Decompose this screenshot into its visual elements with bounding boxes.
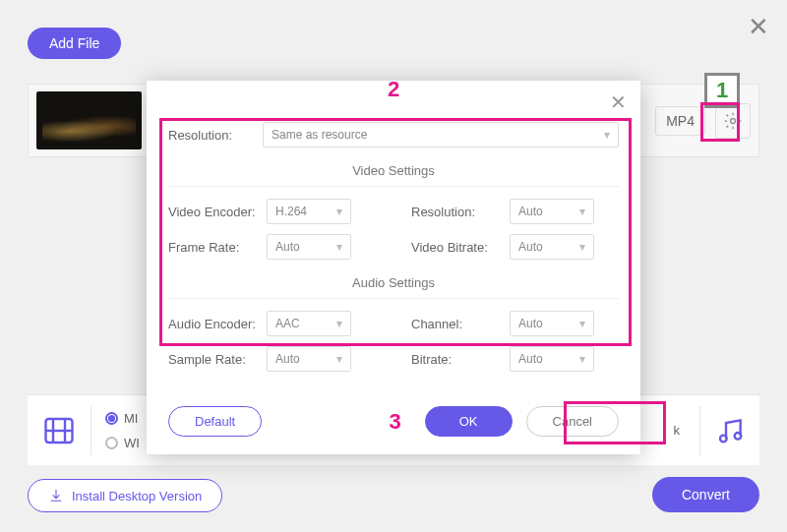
radio-dot-icon [105, 412, 118, 425]
install-label: Install Desktop Version [72, 489, 202, 503]
frame-rate-select[interactable]: Auto▾ [267, 234, 351, 260]
chevron-down-icon: ▾ [579, 317, 585, 330]
install-desktop-button[interactable]: Install Desktop Version [28, 479, 222, 512]
output-format-label[interactable]: MP4 [655, 106, 705, 136]
close-icon[interactable]: ✕ [748, 12, 769, 42]
chevron-down-icon: ▾ [579, 205, 585, 218]
chevron-down-icon: ▾ [579, 240, 585, 254]
audio-settings-heading: Audio Settings [168, 269, 619, 299]
film-icon [41, 413, 77, 448]
music-icon [714, 415, 746, 446]
settings-modal: 2 ✕ Resolution: Same as resource▾ Video … [147, 81, 640, 454]
chevron-down-icon: ▾ [336, 205, 342, 218]
svg-point-5 [720, 435, 727, 442]
video-settings-heading: Video Settings [168, 157, 619, 187]
highlight-box-1 [700, 102, 740, 142]
frame-rate-label: Frame Rate: [168, 240, 267, 255]
download-icon [48, 488, 64, 503]
channel-label: Channel: [411, 317, 510, 331]
ok-button[interactable]: OK [425, 406, 513, 437]
radio-option-2[interactable]: WI [105, 436, 140, 450]
sample-rate-label: Sample Rate: [168, 352, 267, 367]
divider [91, 406, 91, 455]
add-file-button[interactable]: Add File [28, 28, 121, 59]
video-bitrate-label: Video Bitrate: [411, 240, 510, 255]
chevron-down-icon: ▾ [336, 240, 342, 254]
resolution2-select[interactable]: Auto▾ [510, 199, 594, 224]
audio-encoder-select[interactable]: AAC▾ [267, 311, 351, 336]
resolution2-label: Resolution: [411, 205, 510, 219]
video-encoder-label: Video Encoder: [168, 205, 267, 219]
sample-rate-select[interactable]: Auto▾ [267, 346, 351, 372]
chevron-down-icon: ▾ [336, 352, 342, 366]
chevron-down-icon: ▾ [336, 317, 342, 330]
callout-marker-3: 3 [389, 409, 400, 435]
default-button[interactable]: Default [168, 406, 262, 437]
chevron-down-icon: ▾ [579, 352, 585, 366]
bitrate-label: Bitrate: [411, 352, 510, 367]
video-encoder-select[interactable]: H.264▾ [267, 199, 351, 224]
resolution-select[interactable]: Same as resource▾ [263, 122, 619, 148]
video-thumbnail [36, 91, 142, 149]
radio-label: WI [124, 436, 140, 450]
convert-button[interactable]: Convert [652, 477, 759, 512]
channel-select[interactable]: Auto▾ [510, 311, 594, 336]
video-bitrate-select[interactable]: Auto▾ [510, 234, 594, 260]
cancel-button[interactable]: Cancel [526, 406, 619, 437]
radio-label: MI [124, 411, 138, 426]
audio-encoder-label: Audio Encoder: [168, 317, 267, 331]
svg-point-6 [735, 433, 742, 440]
resolution-label: Resolution: [168, 128, 263, 143]
divider [699, 406, 700, 455]
radio-option-1[interactable]: MI [105, 411, 140, 426]
chevron-down-icon: ▾ [604, 128, 610, 142]
radio-dot-icon [105, 437, 118, 449]
bitrate-select[interactable]: Auto▾ [510, 346, 594, 372]
